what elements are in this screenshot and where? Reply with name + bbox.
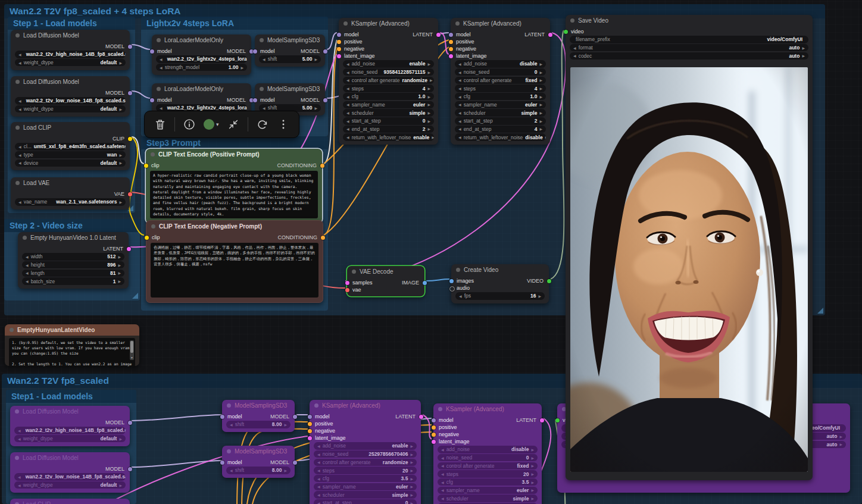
widget-left-arrow[interactable]: ◀	[26, 255, 29, 259]
widget-left-arrow[interactable]: ◀	[317, 493, 320, 497]
widget-left-arrow[interactable]: ◀	[18, 428, 21, 433]
note-scrollbar[interactable]: ▼	[130, 340, 134, 360]
output-port-dot[interactable]	[128, 137, 132, 141]
widget-row[interactable]: ◀strength_model1.00▶	[156, 64, 247, 71]
output-port-dot[interactable]	[128, 467, 132, 471]
widget-right-arrow[interactable]: ▶	[839, 434, 842, 439]
widget-right-arrow[interactable]: ▶	[119, 107, 122, 111]
node-bypassed-load-clip[interactable]: Load CLIP	[10, 499, 130, 504]
node-bypassed-ksampler-2[interactable]: KSampler (Advanced) modelLATENTpositiven…	[433, 403, 542, 504]
input-port-dot[interactable]	[220, 415, 224, 419]
node-color-swatch[interactable]	[204, 119, 214, 130]
widget-right-arrow[interactable]: ▶	[118, 255, 121, 259]
widget-right-arrow[interactable]: ▶	[531, 480, 534, 484]
widget-right-arrow[interactable]: ▶	[531, 464, 534, 468]
widget-left-arrow[interactable]: ◀	[317, 444, 320, 448]
widget-row[interactable]: ◀devicedefault▶	[15, 159, 126, 167]
group-title[interactable]: Lightx2v 4steps LoRA	[141, 17, 328, 30]
node-bypassed-load-diffusion-low[interactable]: Load Diffusion Model MODEL ◀wan2.2_t2v_l…	[10, 452, 130, 493]
widget-left-arrow[interactable]: ◀	[18, 153, 21, 157]
widget-right-arrow[interactable]: ▶	[432, 135, 434, 139]
widget-left-arrow[interactable]: ◀	[458, 102, 461, 107]
widget-left-arrow[interactable]: ◀	[346, 111, 349, 115]
input-port-dot[interactable]	[308, 436, 312, 440]
node-ksampler-advanced-1[interactable]: KSampler (Advanced) modelLATENTpositiven…	[339, 18, 438, 145]
widget-left-arrow[interactable]: ◀	[441, 447, 444, 452]
widget-row[interactable]: ◀add_noiseenable▶	[314, 442, 417, 450]
widget-left-arrow[interactable]: ◀	[18, 161, 21, 165]
widget-row[interactable]: ◀end_at_step2▶	[343, 126, 434, 133]
widget-right-arrow[interactable]: ▶	[545, 135, 546, 139]
output-port-dot[interactable]	[128, 192, 132, 196]
widget-left-arrow[interactable]: ◀	[317, 501, 320, 504]
input-port-dot[interactable]	[432, 418, 436, 422]
widget-left-arrow[interactable]: ◀	[346, 86, 349, 90]
widget-left-arrow[interactable]: ◀	[458, 127, 461, 131]
input-port-dot[interactable]	[150, 49, 154, 54]
widget-left-arrow[interactable]: ◀	[458, 95, 461, 99]
note-textarea[interactable]: 1. (by:0.95) default, we set the video t…	[9, 338, 135, 367]
node-ksampler-advanced-2[interactable]: KSampler (Advanced) modelLATENTpositiven…	[451, 18, 550, 145]
widget-right-arrow[interactable]: ▶	[119, 483, 122, 487]
widget-right-arrow[interactable]: ▶	[410, 493, 413, 497]
widget-left-arrow[interactable]: ◀	[317, 484, 320, 489]
output-port-dot[interactable]	[128, 91, 132, 95]
node-load-clip[interactable]: Load CLIP CLIP ◀cl...umt5_xxl_fp8_e4m3fn…	[11, 122, 130, 170]
widget-left-arrow[interactable]: ◀	[160, 106, 163, 110]
widget-right-arrow[interactable]: ▶	[539, 70, 542, 74]
node-clip-text-encode-positive[interactable]: CLIP Text Encode (Positive Prompt) clipC…	[146, 149, 322, 223]
widget-right-arrow[interactable]: ▶	[427, 119, 430, 123]
input-port-dot[interactable]	[564, 30, 568, 34]
widget-row[interactable]: ◀add_noiseenable▶	[343, 60, 434, 68]
widget-left-arrow[interactable]: ◀	[160, 57, 163, 61]
widget-right-arrow[interactable]: ▶	[430, 78, 433, 82]
widget-right-arrow[interactable]: ▶	[410, 501, 413, 504]
widget-row[interactable]: ◀weight_dtypedefault▶	[14, 435, 126, 443]
input-port-dot[interactable]	[345, 281, 349, 285]
output-port-dot[interactable]	[128, 421, 132, 425]
widget-row[interactable]: ◀schedulersimple▶	[455, 109, 546, 117]
widget-row[interactable]: ◀wan2.2_t2v_lightx2v_4steps_lora ...▶	[156, 55, 247, 63]
widget-row[interactable]: ◀wan2.2_t2v_high_noise_14B_fp8_scaled.sa…	[14, 427, 126, 434]
widget-left-arrow[interactable]: ◀	[441, 496, 444, 500]
widget-row[interactable]: ◀weight_dtypedefault▶	[14, 481, 126, 489]
widget-left-arrow[interactable]: ◀	[441, 464, 444, 468]
group-title[interactable]: Step3 Prompt	[141, 136, 328, 149]
widget-left-arrow[interactable]: ◀	[458, 70, 461, 74]
node-load-diffusion-high[interactable]: Load Diffusion Model MODEL ◀wan2.2_t2v_h…	[11, 30, 130, 70]
widget-left-arrow[interactable]: ◀	[458, 62, 461, 66]
negative-prompt-textarea[interactable]: 色调艳丽，过曝，静态，细节模糊不清，字幕，风格，作品，画作，画面，静止，整体发灰…	[151, 243, 318, 298]
node-load-diffusion-low[interactable]: Load Diffusion Model MODEL ◀wan2.2_t2v_l…	[11, 76, 130, 117]
widget-row[interactable]: ◀steps20▶	[314, 467, 417, 474]
widget-left-arrow[interactable]: ◀	[458, 119, 461, 123]
widget-right-arrow[interactable]: ▶	[427, 111, 430, 115]
node-save-video[interactable]: Save Video video filename_prefixvideo/Co…	[566, 15, 813, 480]
more-options-icon[interactable]	[277, 118, 290, 131]
widget-row[interactable]: ◀wan2.2_t2v_low_noise_14B_fp8_scaled.saf…	[15, 97, 126, 105]
input-port-dot[interactable]	[555, 418, 560, 422]
output-port-dot[interactable]	[293, 461, 297, 465]
widget-left-arrow[interactable]: ◀	[230, 468, 233, 472]
widget-right-arrow[interactable]: ▶	[802, 54, 805, 58]
output-port-dot[interactable]	[293, 415, 297, 419]
input-port-dot[interactable]	[308, 422, 312, 426]
widget-right-arrow[interactable]: ▶	[427, 62, 430, 66]
widget-left-arrow[interactable]: ◀	[458, 111, 461, 115]
widget-right-arrow[interactable]: ▶	[531, 456, 534, 460]
widget-row[interactable]: ◀length81▶	[22, 270, 124, 277]
widget-left-arrow[interactable]: ◀	[459, 294, 462, 298]
input-port-dot[interactable]	[449, 286, 455, 292]
input-port-dot[interactable]	[253, 49, 257, 54]
positive-prompt-textarea[interactable]: A hyper-realistic raw candid portrait cl…	[150, 171, 318, 218]
widget-right-arrow[interactable]: ▶	[118, 271, 121, 275]
widget-row[interactable]: ◀start_at_step0▶	[343, 117, 434, 125]
widget-right-arrow[interactable]: ▶	[410, 468, 413, 472]
input-port-dot[interactable]	[432, 425, 436, 430]
node-model-sampling-1[interactable]: ModelSamplingSD3 modelMODEL ◀shift5.00▶	[255, 35, 325, 67]
widget-right-arrow[interactable]: ▶	[119, 161, 122, 165]
widget-left-arrow[interactable]: ◀	[160, 65, 163, 70]
output-port-dot[interactable]	[436, 33, 441, 37]
output-port-dot[interactable]	[547, 279, 551, 283]
widget-left-arrow[interactable]: ◀	[346, 78, 349, 82]
widget-left-arrow[interactable]: ◀	[346, 119, 349, 123]
